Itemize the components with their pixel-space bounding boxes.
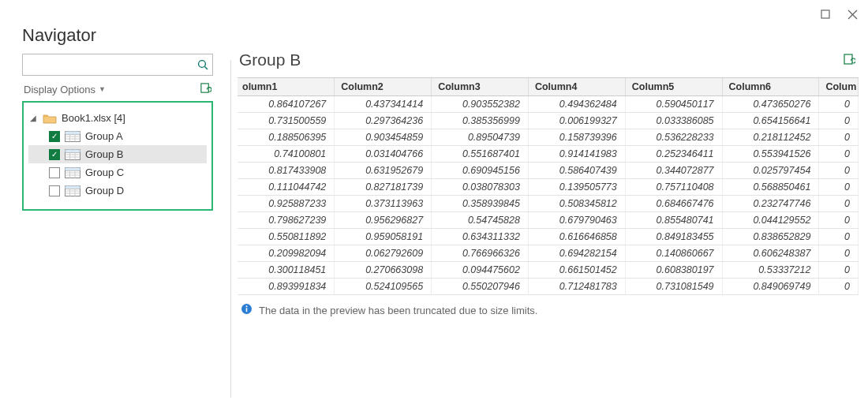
- column-header[interactable]: Column6: [722, 78, 819, 96]
- table-row[interactable]: 0.8174339080.6319526790.6909451560.58640…: [238, 163, 859, 179]
- table-cell: 0.158739396: [528, 129, 625, 146]
- table-cell: 0.373113963: [335, 196, 432, 212]
- tree-item[interactable]: Group D: [28, 181, 207, 200]
- preview-pane: Group B olumn1Column2Column3Column4Colum…: [238, 46, 859, 401]
- column-header[interactable]: olumn1: [238, 78, 335, 96]
- checkbox[interactable]: ✓: [49, 149, 60, 160]
- table-cell: 0.536228233: [625, 129, 722, 146]
- table-row[interactable]: 0.8939918340.5241095650.5502079460.71248…: [238, 279, 859, 295]
- table-cell: 0.300118451: [238, 262, 335, 279]
- table-row[interactable]: 0.8641072670.4373414140.9035523820.49436…: [238, 96, 859, 113]
- table-cell: 0.654156641: [722, 113, 819, 129]
- table-cell: 0.855480741: [625, 212, 722, 229]
- table-cell: 0.731500559: [238, 113, 335, 129]
- table-cell: 0.679790463: [528, 212, 625, 229]
- tree-item[interactable]: ✓Group A: [28, 127, 207, 145]
- display-options-label: Display Options: [24, 84, 95, 95]
- table-cell: 0.690945156: [432, 163, 529, 179]
- table-cell: 0: [819, 146, 859, 163]
- table-cell: 0.608380197: [625, 262, 722, 279]
- table-cell: 0: [819, 229, 859, 245]
- tree-item-label: Group B: [85, 148, 123, 160]
- svg-rect-26: [65, 167, 80, 170]
- checkbox[interactable]: ✓: [49, 131, 60, 142]
- table-cell: 0.903454859: [335, 129, 432, 146]
- table-cell: 0.038078303: [432, 179, 529, 196]
- table-icon: [65, 167, 80, 178]
- caret-down-icon[interactable]: ◢: [30, 114, 38, 122]
- display-options-dropdown[interactable]: Display Options ▼: [24, 84, 106, 95]
- table-row[interactable]: 0.7986272390.9562968270.547458280.679790…: [238, 212, 859, 229]
- table-cell: 0.827181739: [335, 179, 432, 196]
- search-input[interactable]: [23, 59, 193, 71]
- table-cell: 0: [819, 179, 859, 196]
- table-cell: 0.606248387: [722, 245, 819, 262]
- table-row[interactable]: 0.9258872330.3731139630.3589398450.50834…: [238, 196, 859, 212]
- table-cell: 0.139505773: [528, 179, 625, 196]
- close-button[interactable]: [846, 8, 859, 21]
- column-header[interactable]: Column3: [432, 78, 529, 96]
- table-cell: 0.358939845: [432, 196, 529, 212]
- page-title: Navigator: [22, 6, 96, 46]
- table-cell: 0.590450117: [625, 96, 722, 113]
- column-header[interactable]: Column4: [528, 78, 625, 96]
- table-cell: 0.385356999: [432, 113, 529, 129]
- column-header[interactable]: Colum: [819, 78, 859, 96]
- table-cell: 0.849069749: [722, 279, 819, 295]
- table-cell: 0.731081549: [625, 279, 722, 295]
- table-cell: 0: [819, 96, 859, 113]
- info-icon: [241, 303, 253, 317]
- table-row[interactable]: 0.741008010.0314047660.5516874010.914141…: [238, 146, 859, 163]
- chevron-down-icon: ▼: [99, 85, 106, 93]
- table-cell: 0.694282154: [528, 245, 625, 262]
- table-cell: 0.494362484: [528, 96, 625, 113]
- svg-rect-19: [65, 149, 80, 152]
- table-cell: 0.956296827: [335, 212, 432, 229]
- preview-refresh-icon[interactable]: [843, 53, 855, 68]
- table-cell: 0.54745828: [432, 212, 529, 229]
- tree-root[interactable]: ◢ Book1.xlsx [4]: [28, 109, 207, 127]
- svg-point-3: [198, 60, 205, 67]
- table-cell: 0.044129552: [722, 212, 819, 229]
- table-cell: 0.218112452: [722, 129, 819, 146]
- table-row[interactable]: 0.7315005590.2973642360.3853569990.00619…: [238, 113, 859, 129]
- svg-rect-36: [246, 308, 248, 312]
- checkbox[interactable]: [49, 185, 60, 196]
- tree-root-label: Book1.xlsx [4]: [62, 112, 125, 124]
- tree-item[interactable]: ✓Group B: [28, 145, 207, 163]
- search-icon[interactable]: [193, 59, 212, 71]
- table-cell: 0.74100801: [238, 146, 335, 163]
- table-cell: 0: [819, 212, 859, 229]
- column-header[interactable]: Column5: [625, 78, 722, 96]
- svg-line-4: [204, 66, 208, 69]
- search-box[interactable]: [22, 54, 213, 76]
- table-cell: 0.297364236: [335, 113, 432, 129]
- table-row[interactable]: 0.1110447420.8271817390.0380783030.13950…: [238, 179, 859, 196]
- svg-rect-33: [65, 185, 80, 189]
- checkbox[interactable]: [49, 167, 60, 178]
- table-cell: 0.232747746: [722, 196, 819, 212]
- table-cell: 0.817433908: [238, 163, 335, 179]
- column-header[interactable]: Column2: [335, 78, 432, 96]
- table-row[interactable]: 0.5508118920.9590581910.6343113320.61664…: [238, 229, 859, 245]
- svg-rect-12: [65, 131, 80, 134]
- table-cell: 0.551687401: [432, 146, 529, 163]
- table-cell: 0.757110408: [625, 179, 722, 196]
- table-cell: 0.914141983: [528, 146, 625, 163]
- table-icon: [65, 131, 80, 142]
- maximize-button[interactable]: [819, 8, 832, 21]
- table-icon: [65, 149, 80, 160]
- table-cell: 0.140860667: [625, 245, 722, 262]
- table-cell: 0: [819, 279, 859, 295]
- tree-item[interactable]: Group C: [28, 163, 207, 181]
- svg-rect-0: [821, 10, 829, 18]
- refresh-icon[interactable]: [200, 82, 211, 96]
- table-row[interactable]: 0.3001184510.2706630980.0944756020.66150…: [238, 262, 859, 279]
- table-cell: 0.959058191: [335, 229, 432, 245]
- table-cell: 0.864107267: [238, 96, 335, 113]
- table-row[interactable]: 0.2099820940.0627926090.7669663260.69428…: [238, 245, 859, 262]
- table-cell: 0: [819, 196, 859, 212]
- table-cell: 0: [819, 163, 859, 179]
- tree-item-label: Group A: [85, 130, 123, 142]
- table-row[interactable]: 0.1885063950.9034548590.895047390.158739…: [238, 129, 859, 146]
